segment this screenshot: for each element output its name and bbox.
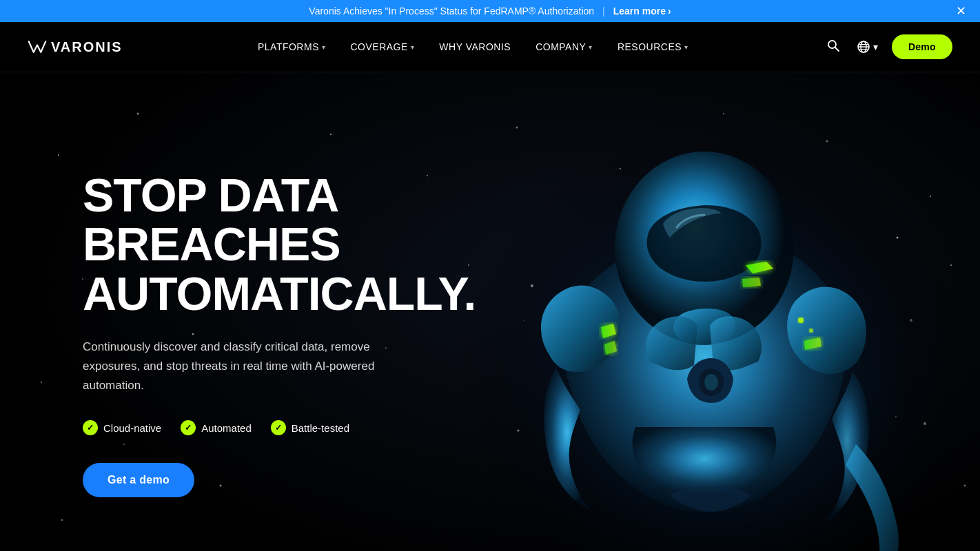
navbar: VARONIS PLATFORMS ▾ COVERAGE ▾ WHY VARON… — [0, 22, 980, 72]
hero-section: STOP DATA BREACHES AUTOMATICALLY. Contin… — [0, 72, 980, 551]
automated-check-icon: ✓ — [181, 420, 196, 435]
nav-link-coverage[interactable]: COVERAGE ▾ — [350, 41, 414, 52]
announcement-banner: Varonis Achieves "In Process" Status for… — [0, 0, 980, 22]
get-demo-button[interactable]: Get a demo — [83, 463, 194, 497]
svg-point-34 — [704, 374, 718, 391]
nav-item-why-varonis[interactable]: WHY VARONIS — [439, 41, 511, 52]
nav-item-coverage[interactable]: COVERAGE ▾ — [350, 41, 414, 52]
badge-battle-tested: ✓ Battle-tested — [271, 420, 349, 435]
banner-learn-more[interactable]: Learn more › — [613, 6, 671, 17]
robot-svg — [429, 114, 980, 551]
demo-button[interactable]: Demo — [892, 34, 952, 59]
coverage-dropdown-icon: ▾ — [411, 43, 415, 51]
nav-actions: ▾ Demo — [824, 34, 952, 59]
banner-close-button[interactable]: ✕ — [956, 5, 966, 17]
battle-tested-check-icon: ✓ — [271, 420, 286, 435]
svg-point-38 — [897, 237, 899, 239]
svg-point-36 — [809, 329, 813, 333]
battle-tested-label: Battle-tested — [292, 422, 349, 434]
cloud-native-check-icon: ✓ — [83, 420, 98, 435]
nav-link-company[interactable]: COMPANY ▾ — [535, 41, 593, 52]
search-icon — [826, 39, 840, 52]
hero-title-line1: STOP DATA BREACHES — [83, 169, 340, 270]
cloud-native-label: Cloud-native — [103, 422, 161, 434]
nav-item-company[interactable]: COMPANY ▾ — [535, 41, 593, 52]
hero-subtitle: Continuously discover and classify criti… — [83, 337, 427, 395]
resources-dropdown-icon: ▾ — [684, 43, 688, 51]
svg-point-39 — [923, 422, 926, 425]
language-dropdown-icon: ▾ — [873, 41, 878, 52]
banner-divider: | — [602, 6, 605, 17]
nav-item-platforms[interactable]: PLATFORMS ▾ — [258, 41, 326, 52]
logo-icon — [28, 40, 47, 54]
banner-learn-more-label: Learn more — [613, 6, 666, 17]
badge-cloud-native: ✓ Cloud-native — [83, 420, 161, 435]
hero-title: STOP DATA BREACHES AUTOMATICALLY. — [83, 171, 455, 318]
svg-point-0 — [828, 41, 836, 48]
hero-badges: ✓ Cloud-native ✓ Automated ✓ Battle-test… — [83, 420, 455, 435]
company-dropdown-icon: ▾ — [589, 43, 593, 51]
language-selector[interactable]: ▾ — [854, 37, 881, 56]
automated-label: Automated — [201, 422, 252, 434]
banner-text: Varonis Achieves "In Process" Status for… — [309, 6, 594, 17]
search-button[interactable] — [824, 36, 843, 59]
svg-point-41 — [910, 319, 912, 322]
nav-link-resources[interactable]: RESOURCES ▾ — [617, 41, 688, 52]
svg-point-37 — [531, 284, 533, 287]
banner-arrow-icon: › — [668, 6, 671, 17]
robot-illustration — [429, 114, 980, 551]
nav-item-resources[interactable]: RESOURCES ▾ — [617, 41, 688, 52]
svg-point-35 — [798, 318, 804, 323]
svg-point-40 — [518, 430, 520, 432]
nav-link-why-varonis[interactable]: WHY VARONIS — [439, 41, 511, 52]
globe-icon — [857, 40, 870, 54]
badge-automated: ✓ Automated — [181, 420, 252, 435]
logo-text: VARONIS — [51, 39, 123, 55]
platforms-dropdown-icon: ▾ — [322, 43, 326, 51]
hero-title-line2: AUTOMATICALLY. — [83, 267, 476, 320]
hero-content: STOP DATA BREACHES AUTOMATICALLY. Contin… — [0, 171, 455, 497]
logo-link[interactable]: VARONIS — [28, 39, 123, 55]
nav-link-platforms[interactable]: PLATFORMS ▾ — [258, 41, 326, 52]
nav-links: PLATFORMS ▾ COVERAGE ▾ WHY VARONIS COMPA… — [258, 41, 688, 52]
